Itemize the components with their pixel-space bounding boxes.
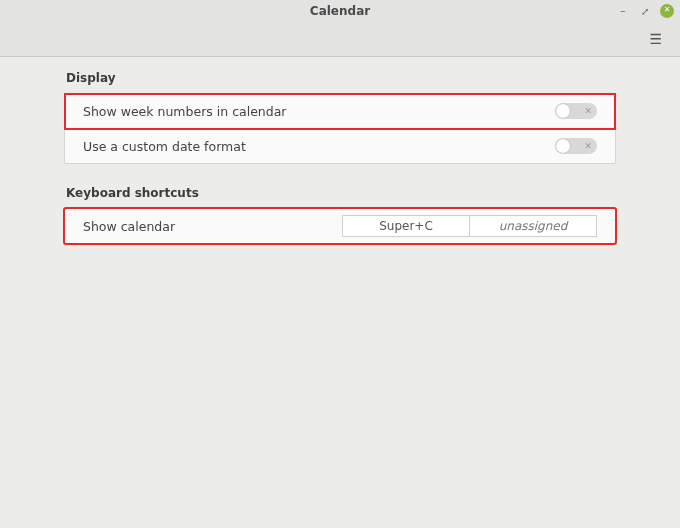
toggle-knob <box>556 139 570 153</box>
toolbar: ☰ <box>0 22 680 57</box>
window-controls <box>616 0 674 22</box>
section-header-keyboard-shortcuts: Keyboard shortcuts <box>64 186 616 200</box>
label-custom-date-format: Use a custom date format <box>83 139 555 154</box>
window-title: Calendar <box>310 4 370 18</box>
maximize-button[interactable] <box>638 4 652 18</box>
label-show-week-numbers: Show week numbers in calendar <box>83 104 555 119</box>
close-button[interactable] <box>660 4 674 18</box>
shortcut-secondary[interactable]: unassigned <box>470 215 597 237</box>
toggle-show-week-numbers[interactable]: ✕ <box>555 103 597 119</box>
toggle-knob <box>556 104 570 118</box>
titlebar: Calendar <box>0 0 680 22</box>
minimize-button[interactable] <box>616 4 630 18</box>
shortcut-primary[interactable]: Super+C <box>342 215 470 237</box>
row-show-calendar: Show calendar Super+C unassigned <box>65 209 615 243</box>
hamburger-menu-icon[interactable]: ☰ <box>643 27 668 51</box>
display-panel: Show week numbers in calendar ✕ Use a cu… <box>64 93 616 164</box>
toggle-off-icon: ✕ <box>584 141 592 151</box>
row-show-week-numbers: Show week numbers in calendar ✕ <box>65 94 615 129</box>
row-custom-date-format: Use a custom date format ✕ <box>65 129 615 163</box>
toggle-off-icon: ✕ <box>584 106 592 116</box>
section-display: Display Show week numbers in calendar ✕ … <box>64 71 616 164</box>
content-area: Display Show week numbers in calendar ✕ … <box>0 57 680 258</box>
shortcuts-panel: Show calendar Super+C unassigned <box>64 208 616 244</box>
section-keyboard-shortcuts: Keyboard shortcuts Show calendar Super+C… <box>64 186 616 244</box>
toggle-custom-date-format[interactable]: ✕ <box>555 138 597 154</box>
shortcut-fields: Super+C unassigned <box>342 215 597 237</box>
label-show-calendar: Show calendar <box>83 219 342 234</box>
section-header-display: Display <box>64 71 616 85</box>
